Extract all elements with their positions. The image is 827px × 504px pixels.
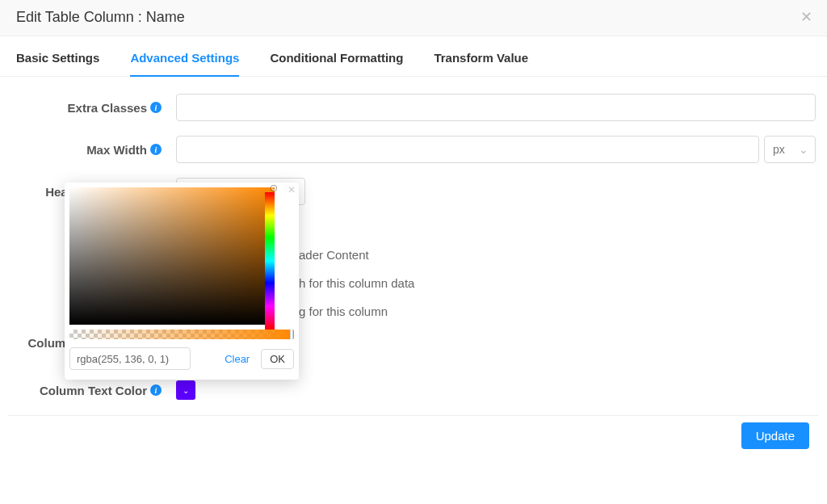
info-icon[interactable]: i [150, 144, 162, 155]
modal-header: Edit Table Column : Name ✕ [0, 0, 827, 36]
tab-advanced-settings[interactable]: Advanced Settings [130, 41, 239, 76]
close-icon[interactable]: ✕ [800, 8, 812, 26]
max-width-unit-select[interactable]: px ⌄ [764, 136, 816, 163]
tab-transform-value[interactable]: Transform Value [434, 41, 528, 76]
alpha-gradient [69, 330, 294, 339]
row-extra-classes: Extra Classes i [8, 86, 819, 128]
update-button[interactable]: Update [741, 422, 809, 449]
chevron-down-icon: ⌄ [183, 386, 189, 395]
picker-footer-row: Clear OK [65, 339, 299, 373]
select-value: px [773, 143, 785, 156]
label-text: Column Text Color [40, 384, 147, 397]
obscured-text: g for this column [299, 304, 388, 318]
picker-hue-slider[interactable] [265, 192, 275, 330]
color-picker-popover: ✕ Clear OK [65, 183, 299, 380]
picker-color-input[interactable] [69, 347, 191, 370]
sv-cursor[interactable] [271, 186, 276, 191]
picker-alpha-slider[interactable] [69, 330, 294, 339]
label-max-width: Max Width i [11, 143, 165, 157]
label-text: Extra Classes [68, 101, 147, 115]
picker-clear-button[interactable]: Clear [216, 350, 258, 368]
picker-close-icon[interactable]: ✕ [288, 184, 296, 195]
hue-handle[interactable] [263, 204, 276, 207]
alpha-handle[interactable] [290, 330, 293, 339]
row-max-width: Max Width i px ⌄ [8, 128, 819, 170]
extra-classes-input[interactable] [176, 94, 816, 121]
max-width-input[interactable] [176, 136, 759, 163]
info-icon[interactable]: i [150, 102, 162, 113]
info-icon[interactable]: i [150, 384, 162, 396]
tabs: Basic Settings Advanced Settings Conditi… [0, 41, 827, 77]
picker-ok-button[interactable]: OK [261, 349, 294, 369]
picker-saturation-value-area[interactable] [69, 187, 275, 325]
label-text: Max Width [86, 143, 147, 157]
sv-black-gradient [69, 187, 275, 325]
obscured-text: ader Content [299, 248, 369, 262]
column-text-color-swatch[interactable]: ⌄ [176, 380, 195, 400]
chevron-down-icon: ⌄ [799, 143, 808, 156]
modal-title: Edit Table Column : Name [16, 9, 185, 26]
tab-conditional-formatting[interactable]: Conditional Formatting [270, 41, 403, 76]
label-column-text-color: Column Text Color i [11, 384, 165, 397]
tab-basic-settings[interactable]: Basic Settings [16, 41, 99, 76]
modal-footer: Update [8, 415, 819, 467]
label-extra-classes: Extra Classes i [11, 101, 165, 115]
obscured-text: h for this column data [299, 276, 414, 290]
